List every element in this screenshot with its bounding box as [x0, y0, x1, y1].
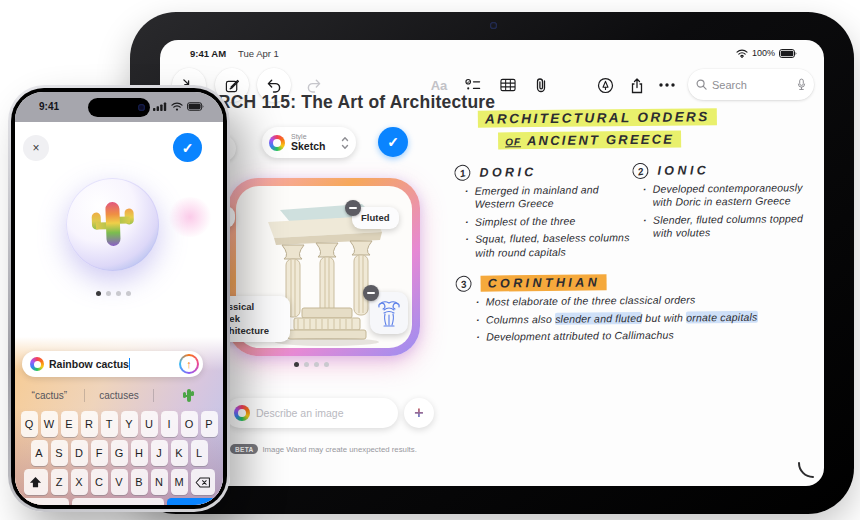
key[interactable]: L [191, 440, 208, 466]
attachment-button[interactable] [524, 68, 558, 102]
describe-image-input[interactable]: Describe an image [225, 398, 398, 428]
circled-number-1: 1 [453, 164, 472, 183]
page-dot[interactable] [314, 362, 319, 367]
key[interactable]: I [161, 411, 178, 437]
format-text-label: Aa [431, 78, 448, 93]
battery-icon [187, 102, 205, 111]
key[interactable]: F [91, 440, 108, 466]
key[interactable]: X [71, 469, 88, 495]
image-wand-disclaimer: Image Wand may create unexpected results… [262, 445, 416, 454]
page-dot[interactable] [304, 362, 309, 367]
key[interactable]: R [81, 411, 98, 437]
key[interactable]: O [181, 411, 198, 437]
key[interactable]: J [151, 440, 168, 466]
notes-heading-line1: ARCHITECTURAL ORDERS [478, 108, 822, 127]
genmoji-close-button[interactable]: × [23, 135, 49, 161]
shift-key[interactable] [24, 469, 48, 495]
markup-button[interactable] [588, 68, 622, 102]
search-placeholder: Search [712, 79, 792, 91]
more-button[interactable] [650, 68, 684, 102]
genmoji-sheet: × ✓ [15, 122, 223, 505]
keyboard-row-3: ZXCVBNM [15, 469, 223, 495]
compose-icon [225, 78, 240, 93]
add-description-button[interactable]: + [404, 398, 434, 428]
circled-number-3: 3 [454, 275, 473, 294]
pink-glow-decoration [167, 197, 213, 237]
page-dot[interactable] [96, 291, 101, 296]
key[interactable]: B [131, 469, 148, 495]
cactus-emoji-icon [183, 389, 194, 402]
numbers-key[interactable]: 123 [22, 498, 69, 505]
genmoji-prompt-input[interactable]: Rainbow cactus ↑ [22, 351, 203, 377]
image-wand-confirm-button[interactable]: ✓ [378, 127, 408, 157]
suggestion-cactus-emoji[interactable] [154, 389, 223, 402]
key[interactable]: U [141, 411, 158, 437]
share-button[interactable] [620, 68, 654, 102]
key[interactable]: S [51, 440, 68, 466]
ipad-status-date: Tue Apr 1 [238, 48, 279, 59]
image-playground-icon [234, 405, 250, 421]
corinthian-bullet: Most elaborate of the three classical or… [486, 292, 816, 309]
key[interactable]: T [101, 411, 118, 437]
key[interactable]: A [31, 440, 48, 466]
table-icon [500, 78, 516, 92]
share-icon [630, 77, 644, 94]
key[interactable]: N [151, 469, 168, 495]
key[interactable]: Y [121, 411, 138, 437]
cellular-signal-icon [153, 102, 167, 111]
suggestion-quoted[interactable]: “cactus” [15, 390, 84, 401]
shift-icon [29, 476, 42, 489]
page-dot[interactable] [324, 362, 329, 367]
suggestion-cactuses[interactable]: cactuses [85, 390, 154, 401]
key[interactable]: D [71, 440, 88, 466]
key[interactable]: Q [21, 411, 38, 437]
doric-heading: 1DORIC [454, 163, 632, 181]
key[interactable]: G [111, 440, 128, 466]
search-field[interactable]: Search [688, 69, 814, 100]
style-picker[interactable]: Style Sketch [262, 127, 356, 158]
suggestion-bar: “cactus” cactuses [15, 384, 223, 406]
return-key[interactable]: ✓ [167, 498, 216, 505]
key[interactable]: W [41, 411, 58, 437]
page-dot[interactable] [126, 291, 131, 296]
iphone-screen: 9:41 × ✓ [15, 92, 223, 505]
check-icon: ✓ [186, 504, 196, 505]
key[interactable]: V [111, 469, 128, 495]
key[interactable]: M [171, 469, 188, 495]
page-dot[interactable] [294, 362, 299, 367]
style-label: Style [291, 133, 335, 140]
dictation-mic-icon[interactable] [797, 78, 806, 91]
iphone-device: 9:41 × ✓ [8, 85, 230, 512]
page-dot[interactable] [116, 291, 121, 296]
arrow-up-icon: ↑ [179, 354, 199, 374]
rainbow-cactus-emoji [90, 201, 136, 249]
key[interactable]: C [91, 469, 108, 495]
remove-thumbnail-button[interactable] [363, 285, 379, 301]
remove-fluted-button[interactable] [345, 200, 361, 216]
key[interactable]: P [201, 411, 218, 437]
send-prompt-button[interactable]: ↑ [179, 354, 199, 374]
key[interactable]: H [131, 440, 148, 466]
table-button[interactable] [491, 68, 525, 102]
backspace-icon [195, 477, 211, 488]
undo-icon [266, 78, 282, 93]
doric-section: 1DORIC Emerged in mainland and Western G… [454, 163, 633, 264]
note-title: ARCH 115: The Art of Architecture [205, 92, 495, 113]
page-dot[interactable] [106, 291, 111, 296]
plus-icon: + [414, 405, 423, 421]
genmoji-pagination-dots[interactable] [96, 291, 131, 296]
ipad-camera [490, 22, 497, 29]
notes-heading-line2: OFANCIENT GREECE [498, 130, 822, 148]
corinthian-bullet: Columns also slender and fluted but with… [486, 310, 816, 327]
key[interactable]: E [61, 411, 78, 437]
backspace-key[interactable] [191, 469, 215, 495]
image-pagination-dots[interactable] [294, 362, 329, 367]
wifi-icon [171, 102, 183, 111]
text-caret [129, 358, 131, 370]
checklist-icon [465, 78, 481, 92]
genmoji-confirm-button[interactable]: ✓ [173, 133, 202, 162]
ellipsis-icon [659, 83, 675, 87]
key[interactable]: K [171, 440, 188, 466]
key[interactable]: Z [51, 469, 68, 495]
space-key[interactable] [72, 498, 164, 505]
